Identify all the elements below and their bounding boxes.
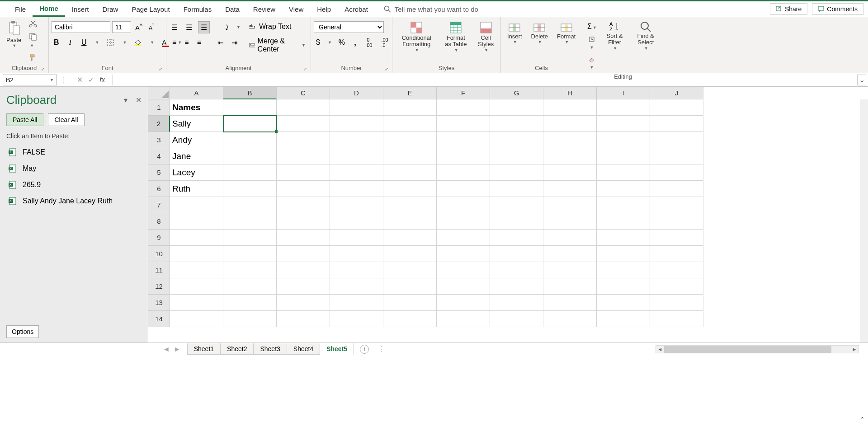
tab-view[interactable]: View <box>282 2 310 16</box>
cell-J1[interactable] <box>650 99 703 116</box>
row-header-12[interactable]: 12 <box>148 278 170 295</box>
cell-I1[interactable] <box>597 99 650 116</box>
format-as-table-button[interactable]: Format as Table▼ <box>439 19 472 54</box>
tab-page-layout[interactable]: Page Layout <box>125 2 176 16</box>
cell-H1[interactable] <box>543 99 597 116</box>
percent-button[interactable]: % <box>336 37 347 48</box>
cell-B6[interactable] <box>223 181 277 197</box>
cell-A5[interactable]: Lacey <box>170 164 223 181</box>
decrease-decimal-button[interactable]: .00.0 <box>379 36 390 49</box>
fx-button[interactable]: fx <box>99 76 105 84</box>
cell-I6[interactable] <box>597 181 650 197</box>
clear-all-button[interactable]: Clear All <box>48 113 84 126</box>
scroll-left-button[interactable]: ◄ <box>656 347 664 352</box>
cell-F1[interactable] <box>437 99 490 116</box>
tab-data[interactable]: Data <box>218 2 246 16</box>
cell-A14[interactable] <box>170 311 223 327</box>
fill-button[interactable]: ▼ <box>586 35 597 52</box>
cut-button[interactable] <box>27 19 39 29</box>
cell-B1[interactable] <box>223 99 277 116</box>
column-header-C[interactable]: C <box>277 87 330 99</box>
cell-C1[interactable] <box>277 99 330 116</box>
cell-J9[interactable] <box>650 230 703 246</box>
cell-C7[interactable] <box>277 197 330 213</box>
cell-C12[interactable] <box>277 278 330 295</box>
cell-J11[interactable] <box>650 262 703 278</box>
cell-D6[interactable] <box>330 181 383 197</box>
cell-J13[interactable] <box>650 295 703 311</box>
column-header-H[interactable]: H <box>543 87 597 99</box>
cell-E6[interactable] <box>383 181 437 197</box>
cell-C11[interactable] <box>277 262 330 278</box>
cell-H8[interactable] <box>543 213 597 230</box>
row-header-7[interactable]: 7 <box>148 197 170 213</box>
formula-expand-button[interactable]: ⌄ <box>857 75 866 85</box>
column-header-G[interactable]: G <box>490 87 543 99</box>
cell-G11[interactable] <box>490 262 543 278</box>
row-header-5[interactable]: 5 <box>148 164 170 181</box>
cell-I11[interactable] <box>597 262 650 278</box>
sheet-tab-sheet1[interactable]: Sheet1 <box>187 343 221 355</box>
align-middle-button[interactable]: ☰ <box>184 22 194 33</box>
sheet-tab-sheet3[interactable]: Sheet3 <box>253 343 287 355</box>
format-cells-button[interactable]: Format▼ <box>553 19 579 46</box>
cell-D11[interactable] <box>330 262 383 278</box>
accounting-format-button[interactable]: $ <box>314 37 322 48</box>
row-header-9[interactable]: 9 <box>148 230 170 246</box>
cell-D4[interactable] <box>330 148 383 164</box>
cell-B11[interactable] <box>223 262 277 278</box>
cell-I14[interactable] <box>597 311 650 327</box>
column-header-I[interactable]: I <box>597 87 650 99</box>
cell-B12[interactable] <box>223 278 277 295</box>
column-header-J[interactable]: J <box>650 87 703 99</box>
align-center-button[interactable]: ≡ <box>182 37 191 48</box>
insert-cells-button[interactable]: Insert▼ <box>504 19 526 46</box>
align-right-button[interactable]: ≡ <box>195 37 203 48</box>
number-format-select[interactable]: General <box>314 21 384 33</box>
cell-E1[interactable] <box>383 99 437 116</box>
cell-C9[interactable] <box>277 230 330 246</box>
cell-D13[interactable] <box>330 295 383 311</box>
cell-C14[interactable] <box>277 311 330 327</box>
cancel-formula-button[interactable]: ✕ <box>77 75 83 84</box>
conditional-formatting-button[interactable]: Conditional Formatting▼ <box>395 19 438 54</box>
cell-I12[interactable] <box>597 278 650 295</box>
cell-F9[interactable] <box>437 230 490 246</box>
cell-I3[interactable] <box>597 132 650 148</box>
cell-D3[interactable] <box>330 132 383 148</box>
cell-H2[interactable] <box>543 116 597 132</box>
cell-F14[interactable] <box>437 311 490 327</box>
cell-G13[interactable] <box>490 295 543 311</box>
cell-J12[interactable] <box>650 278 703 295</box>
cell-C5[interactable] <box>277 164 330 181</box>
formula-input[interactable] <box>112 75 857 85</box>
font-launcher[interactable]: ⤢ <box>159 66 162 71</box>
cell-E4[interactable] <box>383 148 437 164</box>
tab-review[interactable]: Review <box>246 2 282 16</box>
row-header-10[interactable]: 10 <box>148 246 170 262</box>
cell-H12[interactable] <box>543 278 597 295</box>
cell-A11[interactable] <box>170 262 223 278</box>
merge-center-button[interactable]: Merge & Center▼ <box>247 36 308 55</box>
cell-F11[interactable] <box>437 262 490 278</box>
cell-E7[interactable] <box>383 197 437 213</box>
increase-decimal-button[interactable]: .0.00 <box>363 36 374 49</box>
cell-B13[interactable] <box>223 295 277 311</box>
paste-button[interactable]: Paste ▼ <box>3 19 25 50</box>
tab-file[interactable]: File <box>8 2 33 16</box>
cell-J10[interactable] <box>650 246 703 262</box>
copy-button[interactable]: ▼ <box>27 31 39 50</box>
cell-B10[interactable] <box>223 246 277 262</box>
decrease-font-button[interactable]: Aˇ <box>146 22 156 33</box>
cell-B14[interactable] <box>223 311 277 327</box>
wrap-text-button[interactable]: abWrap Text <box>247 21 293 32</box>
delete-cells-button[interactable]: Delete▼ <box>528 19 552 46</box>
cell-I7[interactable] <box>597 197 650 213</box>
cell-G3[interactable] <box>490 132 543 148</box>
cell-B7[interactable] <box>223 197 277 213</box>
sheet-nav-next[interactable]: ► <box>174 345 181 353</box>
cell-H7[interactable] <box>543 197 597 213</box>
cell-F12[interactable] <box>437 278 490 295</box>
cell-B9[interactable] <box>223 230 277 246</box>
cell-F6[interactable] <box>437 181 490 197</box>
